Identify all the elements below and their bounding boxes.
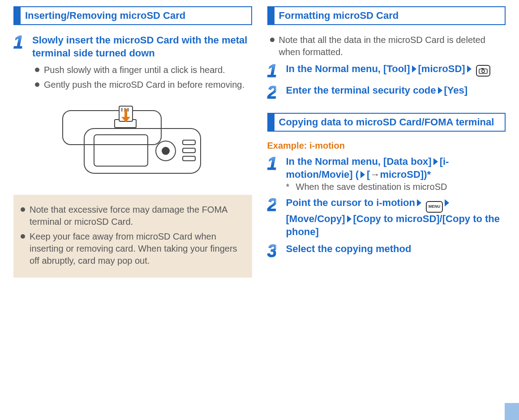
left-column: Inserting/Removing microSD Card 1 Slowly… [13, 4, 252, 278]
svg-rect-15 [481, 68, 484, 69]
note-item: Keep your face away from microSD Card wh… [18, 231, 248, 267]
section-header-format: Formatting microSD Card [267, 6, 506, 25]
copy-step-1: 1 In the Normal menu, [Data box][i-motio… [267, 155, 506, 192]
step-title: Point the cursor to i-motion MENU[Move/C… [286, 197, 506, 238]
note-item: Note that excessive force may damage the… [18, 204, 248, 228]
section-header-copy: Copying data to microSD Card/FOMA termin… [267, 113, 506, 132]
step-title: In the Normal menu, [Tool][microSD] [286, 63, 506, 77]
copy-step-3: 3 Select the copying method [267, 243, 506, 260]
format-step-1: 1 In the Normal menu, [Tool][microSD] [267, 63, 506, 80]
note-item: Note that all the data in the microSD Ca… [267, 34, 506, 58]
step-number: 1 [267, 154, 286, 172]
step-insert-1: 1 Slowly insert the microSD Card with th… [13, 34, 252, 95]
bullet-item: Gently push the microSD Card in before r… [32, 79, 252, 91]
step-number: 2 [267, 83, 286, 101]
step-title: Select the copying method [286, 243, 506, 256]
step-title: In the Normal menu, [Data box][i-motion/… [286, 155, 506, 181]
bullet-item: Push slowly with a finger until a click … [32, 64, 252, 76]
arrow-icon [433, 158, 438, 165]
step-number: 1 [13, 33, 32, 51]
camera-key-icon [476, 65, 490, 77]
svg-rect-10 [121, 108, 123, 111]
to-arrow-icon: → [370, 168, 380, 181]
menu-key-icon: MENU [426, 201, 443, 213]
format-step-2: 2 Enter the terminal security code[Yes] [267, 84, 506, 101]
svg-rect-6 [183, 148, 195, 153]
section-header-insert-remove: Inserting/Removing microSD Card [13, 6, 252, 25]
step-number: 1 [267, 62, 286, 80]
step-number: 2 [267, 196, 286, 214]
svg-rect-2 [94, 135, 148, 166]
arrow-icon [438, 87, 442, 94]
copy-step-2: 2 Point the cursor to i-motion MENU[Move… [267, 197, 506, 238]
example-label: Example: i-motion [267, 141, 506, 151]
arrow-icon [417, 199, 421, 206]
svg-rect-12 [127, 108, 129, 111]
svg-rect-5 [183, 140, 195, 145]
svg-rect-7 [183, 156, 195, 161]
warning-note-box: Note that excessive force may damage the… [13, 195, 252, 278]
arrow-icon [445, 199, 449, 206]
svg-point-16 [482, 70, 485, 73]
arrow-icon [347, 215, 352, 223]
footnote: *When the save destination is microSD [286, 182, 506, 192]
format-note-list: Note that all the data in the microSD Ca… [267, 34, 506, 58]
step-bullets: Push slowly with a finger until a click … [32, 64, 252, 91]
svg-rect-0 [63, 111, 161, 145]
right-column: Formatting microSD Card Note that all th… [267, 4, 506, 278]
svg-point-4 [162, 147, 170, 155]
step-title: Slowly insert the microSD Card with the … [32, 34, 252, 60]
phone-microsd-illustration [31, 102, 228, 187]
arrow-icon [360, 171, 365, 178]
arrow-icon [412, 65, 416, 73]
arrow-icon [467, 65, 472, 73]
step-title: Enter the terminal security code[Yes] [286, 84, 506, 97]
step-number: 3 [267, 242, 286, 260]
